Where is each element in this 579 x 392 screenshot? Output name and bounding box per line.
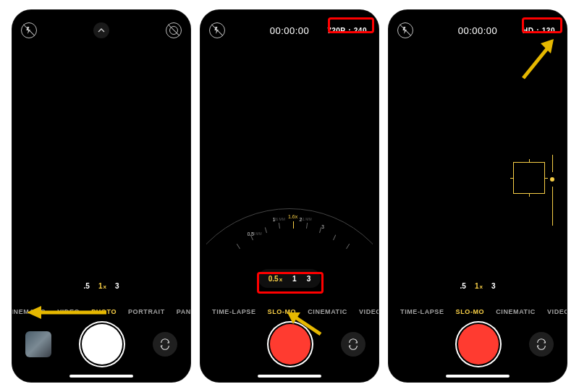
mode-cinematic[interactable]: CINEMATIC [308,308,347,315]
mode-selector[interactable]: CINEMATIC VIDEO PHOTO PORTRAIT PANO [12,308,190,315]
mode-video[interactable]: VIDEO [547,308,567,315]
screen-slomo-720p: 00:00:00 720P · 240 0.513 MM 126 MM 1.6x… [200,10,379,382]
mode-video[interactable]: VIDEO [57,308,80,315]
shutter-button[interactable] [82,324,122,365]
quality-resolution[interactable]: 720P [327,27,345,35]
record-timer: 00:00:00 [270,20,310,41]
focus-exposure-indicator[interactable] [513,155,557,198]
switch-camera-button[interactable] [341,332,365,357]
chevron-up-icon[interactable] [93,22,109,38]
zoom-1x[interactable]: 1 [292,275,297,283]
live-photo-off-icon[interactable] [166,22,182,38]
exposure-sun-icon[interactable] [548,175,557,184]
zoom-wheel[interactable]: 0.513 MM 126 MM 1.6x 251 MM 3 [206,201,373,266]
zoom-selector[interactable]: 0.5x 1 3 [258,269,321,288]
flash-off-icon[interactable] [21,22,37,38]
record-button[interactable] [270,324,310,365]
last-photo-thumbnail[interactable] [402,331,428,357]
mode-selector[interactable]: TIME-LAPSE SLO-MO CINEMATIC VIDEO [389,308,567,315]
dot-separator: · [537,27,539,34]
zoom-selector[interactable]: .5 1x 3 [84,276,119,295]
dot-separator: · [349,27,351,34]
mode-timelapse[interactable]: TIME-LAPSE [212,308,256,315]
zoom-0.5x[interactable]: .5 [84,282,90,290]
quality-selector[interactable]: 720P · 240 [324,25,370,36]
annotation-arrow-quality [519,36,557,80]
mode-selector[interactable]: TIME-LAPSE SLO-MO CINEMATIC VIDEO [200,308,379,315]
zoom-1x[interactable]: 1x [475,282,483,290]
quality-selector[interactable]: HD · 120 [520,25,558,36]
bottom-controls [200,323,379,366]
mode-slomo[interactable]: SLO-MO [268,308,297,315]
mode-slomo[interactable]: SLO-MO [456,308,485,315]
screen-photo-mode: .5 1x 3 CINEMATIC VIDEO PHOTO PORTRAIT P… [12,10,190,382]
record-timer: 00:00:00 [458,20,498,41]
zoom-3x[interactable]: 3 [491,282,496,290]
flash-off-icon[interactable] [209,22,225,38]
mode-portrait[interactable]: PORTRAIT [128,308,165,315]
home-indicator [69,375,133,378]
wheel-1.6x-current: 1.6x [288,214,297,219]
zoom-0.5x[interactable]: 0.5x [269,275,282,283]
quality-fps[interactable]: 120 [542,27,555,35]
zoom-selector[interactable]: .5 1x 3 [460,276,496,295]
flash-off-icon[interactable] [397,22,413,38]
mode-cinematic[interactable]: CINEMATIC [496,308,536,315]
screen-slomo-hd: 00:00:00 HD · 120 .5 1x 3 TIME-LAPSE SLO… [389,10,567,382]
switch-camera-button[interactable] [153,332,177,357]
home-indicator [446,375,510,378]
mode-timelapse[interactable]: TIME-LAPSE [400,308,444,315]
top-bar: 00:00:00 720P · 240 [200,20,379,41]
zoom-3x[interactable]: 3 [307,275,311,283]
zoom-0.5x[interactable]: .5 [460,282,466,290]
quality-fps[interactable]: 240 [354,27,367,35]
mode-cinematic[interactable]: CINEMATIC [12,308,46,315]
bottom-controls [12,323,190,366]
last-photo-thumbnail[interactable] [214,331,240,357]
mode-video[interactable]: VIDEO [359,308,379,315]
switch-camera-button[interactable] [529,332,554,357]
wheel-1: 126 MM [274,217,285,221]
wheel-2: 251 MM [300,217,311,221]
bottom-controls [389,323,567,366]
zoom-3x[interactable]: 3 [115,282,119,290]
record-button[interactable] [458,324,499,365]
zoom-1x[interactable]: 1x [98,282,106,290]
wheel-0.5: 0.513 MM [250,231,261,236]
mode-photo[interactable]: PHOTO [91,308,117,315]
quality-resolution[interactable]: HD [523,27,533,35]
top-bar: 00:00:00 HD · 120 [389,20,567,41]
top-bar [12,20,190,41]
last-photo-thumbnail[interactable] [25,331,51,357]
home-indicator [258,375,321,378]
mode-pano[interactable]: PANO [177,308,190,315]
